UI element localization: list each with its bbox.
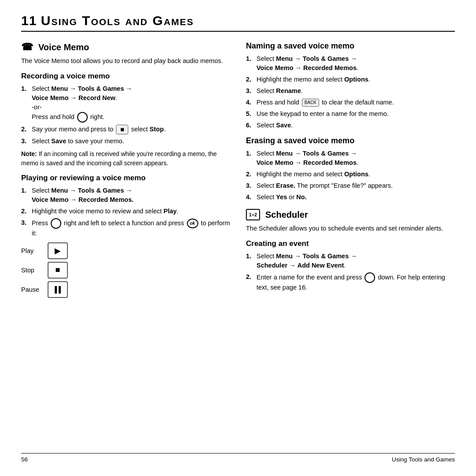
left-column: ☎ Voice Memo The Voice Memo tool allows … [21,41,230,449]
list-item: Enter a name for the event and press dow… [246,272,455,292]
func-row-pause: Pause ▐ ▌ [21,281,230,298]
right-column: Naming a saved voice memo Select Menu → … [246,41,455,449]
list-item: Press and hold BACK to clear the default… [246,98,455,107]
step-content: Select Yes or No. [257,193,455,202]
erasing-steps: Select Menu → Tools & Games → Voice Memo… [246,149,455,202]
play-label: Play [21,247,42,254]
scheduler-intro: The Scheduler allows you to schedule eve… [246,224,455,233]
recording-title: Recording a voice memo [21,72,230,81]
list-item: Select Menu → Tools & Games → Voice Memo… [246,54,455,73]
step-content: Select Save to save your memo. [32,137,230,146]
erasing-title: Erasing a saved voice memo [246,136,455,145]
step-content: Highlight the memo and select Options. [257,75,455,84]
nav-circle-icon [51,218,61,229]
page: 11 Using Tools and Games ☎ Voice Memo Th… [0,0,476,476]
creating-title: Creating an event [246,239,455,248]
play-icon: ▶ [48,242,68,259]
playing-steps: Select Menu → Tools & Games → Voice Memo… [21,186,230,238]
stop-label: Stop [21,267,42,274]
pause-icon: ▐ ▌ [48,281,68,298]
list-item: Select Menu → Tools & Games → Scheduler … [246,252,455,270]
pause-label: Pause [21,286,42,293]
step-content: Highlight the voice memo to review and s… [32,207,230,216]
list-item: Select Erase. The prompt "Erase file?" a… [246,181,455,190]
list-item: Use the keypad to enter a name for the m… [246,109,455,119]
footer-page-number: 56 [21,456,28,463]
list-item: Press right and left to select a functio… [21,218,230,238]
creating-steps: Select Menu → Tools & Games → Scheduler … [246,252,455,292]
step-content: Select Menu → Tools & Games → Voice Memo… [32,84,230,123]
ok-icon: ok [187,219,198,228]
list-item: Select Yes or No. [246,193,455,202]
func-row-play: Play ▶ [21,242,230,259]
chapter-header: 11 Using Tools and Games [21,13,455,32]
step-content: Select Menu → Tools & Games → Voice Memo… [32,186,230,205]
footer-section-name: Using Tools and Games [392,456,455,463]
step-content: Enter a name for the event and press dow… [257,272,455,292]
step-content: Say your memo and press to ◼ select Stop… [32,125,230,134]
voice-memo-icon: ☎ [21,41,33,53]
list-item: Highlight the memo and select Options. [246,170,455,179]
list-item: Select Menu → Tools & Games → Voice Memo… [21,84,230,123]
stop-icon: ■ [48,262,68,279]
list-item: Say your memo and press to ◼ select Stop… [21,125,230,134]
voice-memo-title: ☎ Voice Memo [21,41,230,53]
scheduler-title: 1÷2 Scheduler [246,209,455,220]
playing-title: Playing or reviewing a voice memo [21,174,230,182]
step-content: Select Menu → Tools & Games → Scheduler … [257,252,455,270]
step-content: Highlight the memo and select Options. [257,170,455,179]
list-item: Select Save to save your memo. [21,137,230,146]
back-button-icon: BACK [302,99,319,107]
chapter-number: 11 [21,13,37,28]
scheduler-icon: 1÷2 [246,209,260,220]
step-content: Select Menu → Tools & Games → Voice Memo… [257,54,455,73]
step-content: Select Rename. [257,86,455,96]
page-footer: 56 Using Tools and Games [21,453,455,463]
nav-circle-icon [364,272,375,283]
content-columns: ☎ Voice Memo The Voice Memo tool allows … [21,41,455,449]
step-content: Select Erase. The prompt "Erase file?" a… [257,181,455,190]
recording-steps: Select Menu → Tools & Games → Voice Memo… [21,84,230,146]
step-content: Use the keypad to enter a name for the m… [257,109,455,119]
list-item: Select Save. [246,121,455,130]
list-item: Select Menu → Tools & Games → Voice Memo… [246,149,455,167]
step-content: Select Menu → Tools & Games → Voice Memo… [257,149,455,167]
step-content: Press right and left to select a functio… [32,218,230,238]
naming-title: Naming a saved voice memo [246,41,455,51]
naming-steps: Select Menu → Tools & Games → Voice Memo… [246,54,455,130]
chapter-title: 11 Using Tools and Games [21,13,455,28]
step-content: Select Save. [257,121,455,130]
stop-inline-icon: ◼ [116,125,128,134]
func-row-stop: Stop ■ [21,262,230,279]
step-content: Press and hold BACK to clear the default… [257,98,455,107]
chapter-words: Using Tools and Games [41,13,194,28]
recording-note: Note: If an incoming call is received wh… [21,149,230,167]
list-item: Highlight the memo and select Options. [246,75,455,84]
list-item: Highlight the voice memo to review and s… [21,207,230,216]
list-item: Select Rename. [246,86,455,96]
voice-memo-intro: The Voice Memo tool allows you to record… [21,56,230,66]
nav-circle-icon [77,112,88,123]
list-item: Select Menu → Tools & Games → Voice Memo… [21,186,230,205]
function-table: Play ▶ Stop ■ Pause ▐ ▌ [21,242,230,298]
